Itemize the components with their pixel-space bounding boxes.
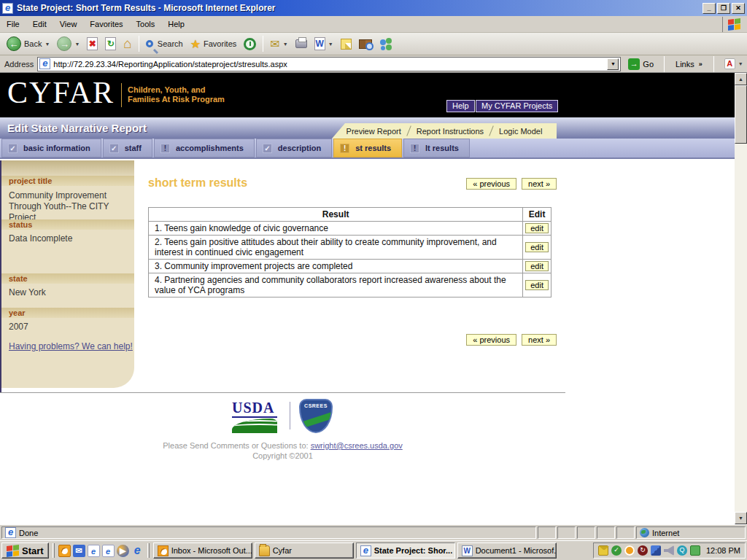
tray-sync-icon[interactable]: ✓ — [611, 545, 622, 556]
edit-button[interactable]: edit — [525, 242, 549, 252]
refresh-button[interactable]: ↻ — [101, 36, 120, 52]
forward-button[interactable]: → ▼ — [53, 35, 83, 52]
mail-dropdown-icon[interactable]: ▼ — [283, 42, 288, 47]
close-button[interactable]: ✕ — [732, 3, 745, 14]
edit-button[interactable]: edit — [525, 261, 549, 271]
help-button[interactable]: Help — [446, 100, 475, 112]
favorites-button[interactable]: ★ Favorites — [187, 36, 241, 52]
edit-button[interactable]: edit — [525, 280, 549, 290]
search-button[interactable]: Search — [142, 38, 187, 50]
menu-edit[interactable]: Edit — [26, 17, 53, 31]
back-button[interactable]: ← Back ▼ — [3, 35, 53, 52]
quicklaunch-outlook-icon[interactable] — [58, 545, 71, 557]
task-word-document[interactable]: W Document1 - Microsof... — [457, 542, 557, 559]
tab-description[interactable]: ✓ description — [256, 139, 332, 158]
quicklaunch-media-player-icon[interactable]: ▶ — [117, 545, 129, 557]
word-dropdown-icon[interactable]: ▼ — [328, 42, 333, 47]
help-problems-link[interactable]: Having problems? We can help! — [9, 341, 133, 351]
task-cyfar-folder[interactable]: Cyfar — [255, 542, 354, 559]
menu-favorites[interactable]: Favorites — [83, 17, 129, 31]
scroll-up-icon[interactable]: ▲ — [735, 73, 747, 85]
edit-button[interactable]: edit — [525, 223, 549, 233]
check-icon: ✓ — [109, 144, 119, 153]
section-heading: short term results — [148, 176, 247, 190]
tray-mail-icon[interactable] — [598, 545, 608, 556]
minimize-button[interactable]: _ — [703, 3, 716, 14]
favorites-star-icon: ★ — [190, 37, 201, 51]
next-button[interactable]: next » — [522, 334, 557, 346]
history-button[interactable] — [240, 36, 260, 52]
status-pane — [538, 526, 556, 539]
quicklaunch-ie-doc-icon[interactable]: e — [88, 545, 100, 557]
contact-email-link[interactable]: swright@csrees.usda.gov — [311, 441, 403, 450]
forward-dropdown-icon[interactable]: ▼ — [74, 42, 80, 47]
ie-icon — [360, 545, 371, 556]
result-text: 2. Teens gain positive attitudes about t… — [149, 236, 523, 260]
go-button[interactable]: → Go — [624, 58, 657, 71]
check-icon: ✓ — [263, 144, 272, 153]
logic-model-link[interactable]: Logic Model — [492, 127, 549, 136]
search-icon — [146, 40, 153, 47]
menu-file[interactable]: File — [0, 17, 26, 31]
task-inbox-outlook[interactable]: Inbox - Microsoft Out... — [153, 542, 252, 559]
go-icon: → — [628, 58, 640, 70]
tab-staff[interactable]: ✓ staff — [103, 139, 152, 158]
next-button[interactable]: next » — [522, 178, 557, 190]
menu-bar: File Edit View Favorites Tools Help — [0, 16, 747, 33]
results-table: Result Edit 1. Teens gain knowledge of c… — [148, 207, 551, 298]
home-button[interactable]: ⌂ — [120, 36, 135, 52]
taskbar: Start ✉ e e ▶ e Inbox - Microsoft Out...… — [0, 540, 747, 560]
my-cyfar-projects-button[interactable]: My CYFAR Projects — [476, 100, 558, 112]
tray-volume-icon[interactable] — [664, 545, 674, 556]
sidebar-label-state: state — [1, 273, 134, 284]
tab-basic-information[interactable]: ✓ basic information — [1, 139, 101, 158]
taskbar-separator — [147, 543, 150, 558]
tab-accomplishments[interactable]: ! accomplishments — [154, 139, 255, 158]
preview-report-link[interactable]: Preview Report — [339, 127, 409, 136]
links-button[interactable]: Links » — [671, 60, 707, 69]
tray-quicktime-icon[interactable]: Q — [677, 545, 687, 556]
csrees-band — [299, 408, 333, 430]
toolbar-separator — [263, 36, 263, 52]
messenger-button[interactable] — [376, 36, 398, 51]
mail-button[interactable]: ✉ ▼ — [266, 36, 291, 52]
tray-network-icon[interactable] — [651, 545, 661, 556]
research-button[interactable] — [355, 38, 376, 50]
previous-button[interactable]: « previous — [466, 178, 516, 190]
restore-button[interactable]: ❐ — [717, 3, 730, 14]
nav-buttons-top: « previous next » — [466, 178, 557, 190]
tray-card-icon[interactable] — [690, 545, 700, 556]
start-button[interactable]: Start — [1, 542, 49, 559]
back-dropdown-icon[interactable]: ▼ — [44, 42, 50, 47]
address-input[interactable]: http://72.29.23.34/ReportingApplication/… — [37, 57, 621, 71]
tray-update-icon[interactable]: ↻ — [638, 545, 648, 556]
task-state-project[interactable]: State Project: Shor... — [356, 542, 455, 559]
report-instructions-link[interactable]: Report Instructions — [409, 127, 491, 136]
tray-clock-icon[interactable] — [624, 545, 635, 556]
notes-button[interactable] — [337, 37, 355, 51]
url-text[interactable]: http://72.29.23.34/ReportingApplication/… — [53, 60, 604, 69]
menu-help[interactable]: Help — [161, 17, 191, 31]
tab-st-results[interactable]: ! st results — [333, 139, 402, 158]
nav-buttons-bottom: « previous next » — [466, 334, 557, 346]
menu-tools[interactable]: Tools — [130, 17, 162, 31]
history-icon — [244, 38, 256, 50]
menu-view[interactable]: View — [53, 17, 84, 31]
print-button[interactable] — [292, 38, 311, 50]
vertical-scrollbar[interactable]: ▲ ▼ — [735, 73, 747, 524]
quicklaunch-outlook-express-icon[interactable]: ✉ — [73, 545, 85, 557]
quicklaunch-ie-doc2-icon[interactable]: e — [102, 545, 115, 557]
scroll-down-icon[interactable]: ▼ — [735, 512, 747, 524]
table-row: 4. Partnering agencies and community col… — [149, 273, 551, 298]
adobe-button[interactable]: A ▼ — [721, 57, 747, 71]
table-row: 3. Community improvement projects are co… — [149, 260, 551, 273]
edit-with-word-button[interactable]: W ▼ — [311, 36, 337, 52]
address-dropdown-icon[interactable]: ▼ — [607, 58, 619, 70]
scrollbar-thumb[interactable] — [735, 85, 747, 144]
stop-button[interactable]: ✖ — [83, 36, 101, 52]
tab-lt-results[interactable]: ! lt results — [403, 139, 470, 158]
quicklaunch-ie-icon[interactable]: e — [131, 545, 144, 557]
adobe-dropdown-icon[interactable]: ▼ — [738, 61, 743, 66]
previous-button[interactable]: « previous — [466, 334, 516, 346]
report-links-strip: Preview Report Report Instructions Logic… — [332, 123, 557, 139]
